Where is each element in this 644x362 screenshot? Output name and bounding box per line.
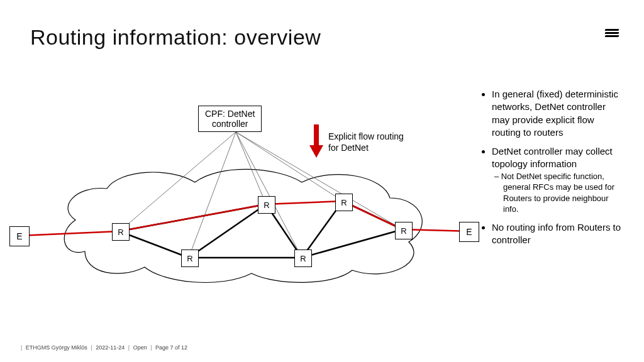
controller-box: CPF: DetNet controller [198,106,262,132]
router-1: R [112,223,130,241]
svg-line-15 [119,204,266,231]
network-diagram: CPF: DetNet controller Explicit flow rou… [6,94,459,314]
router-5: R [335,194,353,211]
endpoint-right: E [459,222,479,242]
svg-line-6 [119,231,189,258]
endpoint-left: E [9,226,30,246]
router-6: R [395,222,413,239]
page-title: Routing information: overview [30,25,321,50]
controller-line1: CPF: DetNet [205,109,255,119]
down-arrow-icon [308,123,325,160]
controller-line2: controller [205,119,255,129]
footer-author: ETHGMS György Miklós [26,344,87,351]
svg-line-8 [189,204,266,258]
footer-class: Open [133,344,147,351]
bullet-2-sub: Not DetNet specific function, general RF… [503,171,625,215]
bullet-list: In general (fixed) deterministic network… [480,88,625,253]
svg-line-0 [119,132,236,231]
svg-line-4 [236,132,343,201]
svg-line-14 [20,231,119,236]
bullet-3: No routing info from Routers to controll… [492,221,625,247]
svg-line-12 [302,229,402,258]
router-4: R [294,250,312,267]
slide: Routing information: overview [0,0,644,362]
svg-rect-19 [314,124,319,146]
footer-page: Page 7 of 12 [155,344,187,351]
bullet-1: In general (fixed) deterministic network… [492,88,625,139]
ericsson-logo-icon [605,28,619,41]
bullet-2: DetNet controller may collect topology i… [492,145,625,215]
router-3: R [258,196,275,214]
footer-date: 2022-11-24 [96,344,125,351]
svg-marker-20 [309,145,323,158]
svg-line-1 [189,132,236,258]
svg-line-2 [236,132,266,204]
svg-line-16 [266,201,343,204]
footer: | ETHGMS György Miklós | 2022-11-24 | Op… [19,344,187,351]
svg-line-3 [236,132,302,258]
router-2: R [181,250,199,267]
